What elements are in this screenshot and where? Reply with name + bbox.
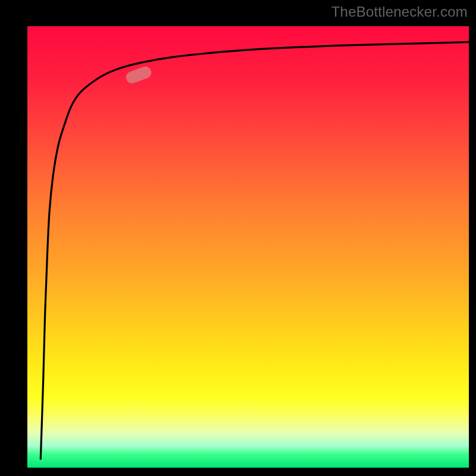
- curve-path: [40, 42, 469, 459]
- plot-area: [27, 26, 469, 468]
- chart-stage: TheBottlenecker.com: [0, 0, 476, 476]
- bottleneck-curve: [27, 26, 469, 468]
- watermark-text: TheBottlenecker.com: [331, 4, 468, 20]
